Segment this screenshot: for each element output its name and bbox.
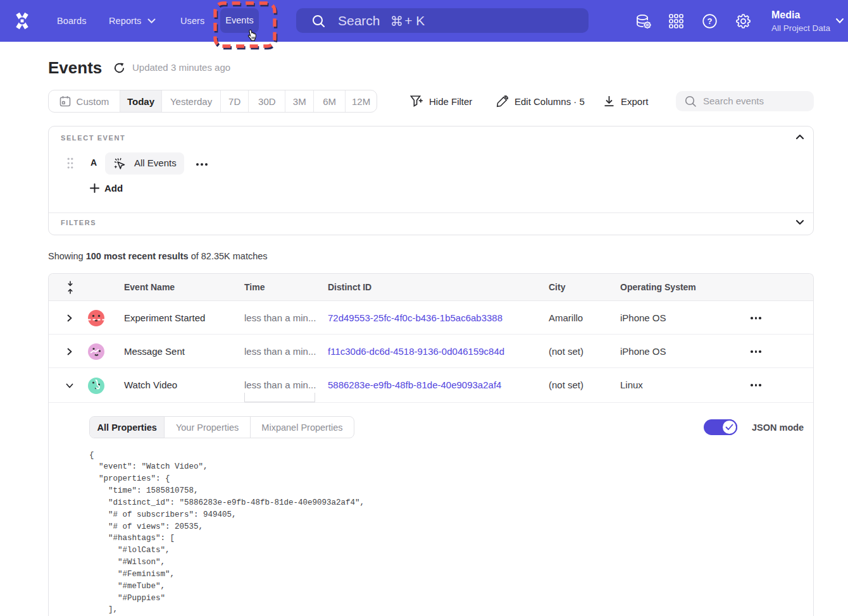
svg-text:?: ? xyxy=(708,16,713,26)
